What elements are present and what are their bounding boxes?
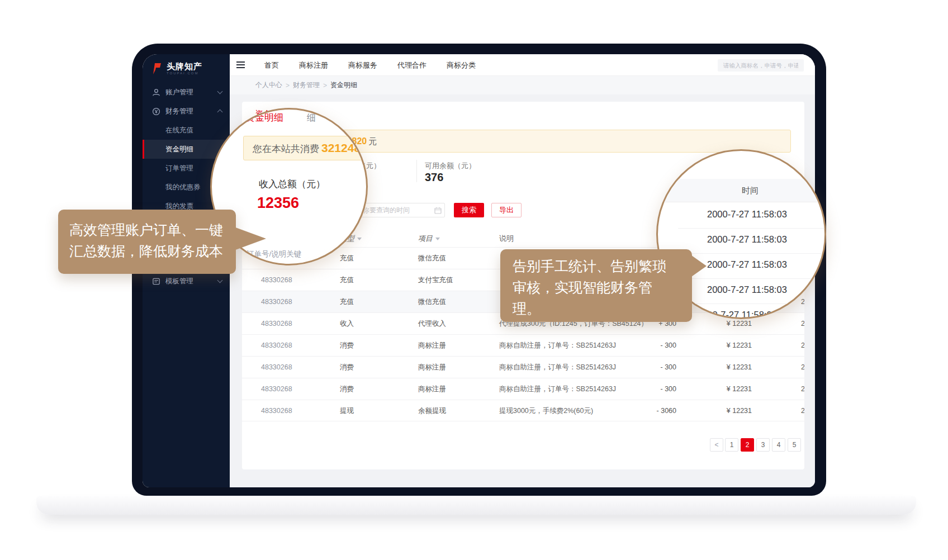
stat-divider bbox=[416, 160, 417, 182]
chevron-down-icon bbox=[217, 278, 223, 283]
callout-right-line2: 审核，实现智能财务管 bbox=[513, 277, 692, 298]
table-row[interactable]: 48330268消费商标注册商标自助注册，订单号：SB2514263J- 300… bbox=[242, 334, 804, 356]
pagination-page-4[interactable]: 4 bbox=[772, 438, 785, 452]
magnified-time-row: 2000-7-27 11:58:03 bbox=[707, 209, 787, 220]
sort-caret-icon bbox=[357, 238, 362, 240]
top-navbar: 首页 商标注册 商标服务 代理合作 商标分类 bbox=[230, 54, 815, 76]
trademark-search-input[interactable] bbox=[718, 59, 804, 72]
magnified-time-row: 2000-7-27 11:58:03 bbox=[707, 234, 787, 245]
sort-caret-icon bbox=[435, 238, 440, 240]
nav-item-agent[interactable]: 代理合作 bbox=[397, 60, 426, 70]
pagination-page-2-active[interactable]: 2 bbox=[741, 438, 754, 452]
breadcrumb-item[interactable]: 财务管理 bbox=[293, 80, 320, 90]
balance-label: 可用余额（元） bbox=[425, 161, 476, 171]
breadcrumb: 个人中心 > 财务管理 > 资金明细 bbox=[230, 76, 815, 94]
sidebar-item-finance[interactable]: 财务管理 bbox=[143, 102, 230, 121]
sidebar-item-template[interactable]: 模板管理 bbox=[143, 272, 230, 291]
page-canvas: 头牌知产 TOUPAI.COM 账户管理 bbox=[0, 0, 948, 560]
balance-value: 376 bbox=[425, 171, 443, 184]
callout-left-line1: 高效管理账户订单、一键 bbox=[69, 219, 236, 240]
nav-item-trademark-category[interactable]: 商标分类 bbox=[447, 60, 476, 70]
sidebar-item-account[interactable]: 账户管理 bbox=[143, 83, 230, 102]
nav-item-trademark-register[interactable]: 商标注册 bbox=[299, 60, 328, 70]
callout-left-line2: 汇总数据，降低财务成本 bbox=[69, 240, 236, 262]
table-row[interactable]: 48330268消费商标注册商标自助注册，订单号：SB2514263J- 300… bbox=[242, 356, 804, 378]
magnified-banner: 您在本站共消费32124820 bbox=[243, 136, 368, 160]
breadcrumb-current: 资金明细 bbox=[330, 80, 357, 90]
top-nav: 首页 商标注册 商标服务 代理合作 商标分类 bbox=[264, 54, 476, 76]
finance-icon bbox=[152, 107, 160, 116]
sidebar-item-label: 财务管理 bbox=[165, 107, 193, 116]
breadcrumb-separator: > bbox=[286, 82, 290, 89]
calendar-icon bbox=[434, 207, 442, 214]
magnified-tab-fragment: 细 bbox=[307, 112, 316, 124]
laptop-base bbox=[36, 496, 916, 515]
nav-item-trademark-service[interactable]: 商标服务 bbox=[348, 60, 377, 70]
magnified-time-row: 2000-7-27 11:58:03 bbox=[707, 284, 787, 295]
callout-right-line1: 告别手工统计、告别繁琐 bbox=[513, 255, 692, 277]
pagination-page-1[interactable]: 1 bbox=[725, 438, 738, 452]
callout-right-line3: 理。 bbox=[513, 298, 692, 319]
table-row[interactable]: 48330268提现余额提现提现3000元，手续费2%(60元)- 3060¥ … bbox=[242, 400, 804, 421]
magnified-time-header: 时间 bbox=[742, 186, 759, 196]
search-button[interactable]: 搜索 bbox=[454, 203, 484, 217]
header-project[interactable]: 项目 bbox=[418, 234, 440, 244]
sidebar-item-label: 模板管理 bbox=[165, 277, 193, 286]
export-button[interactable]: 导出 bbox=[491, 203, 522, 217]
sidebar-item-label: 账户管理 bbox=[165, 88, 193, 97]
pagination-page-3[interactable]: 3 bbox=[756, 438, 770, 452]
sidebar-subitem-recharge[interactable]: 在线充值 bbox=[143, 121, 230, 140]
brand-name: 头牌知产 bbox=[167, 62, 202, 70]
banner-unit: 元 bbox=[368, 136, 377, 146]
pagination-prev[interactable]: < bbox=[710, 438, 723, 452]
chevron-down-icon bbox=[217, 89, 223, 94]
brand-logo: 头牌知产 TOUPAI.COM bbox=[143, 54, 230, 78]
breadcrumb-item[interactable]: 个人中心 bbox=[255, 80, 282, 90]
callout-left: 高效管理账户订单、一键 汇总数据，降低财务成本 bbox=[58, 210, 236, 274]
user-icon bbox=[152, 88, 160, 97]
callout-right-arrow bbox=[688, 253, 707, 279]
brand-flag-icon bbox=[151, 63, 163, 75]
magnified-income-value: 12356 bbox=[257, 194, 299, 212]
magnified-time-header-band: 时间 bbox=[658, 179, 824, 202]
table-row[interactable]: 48330268消费商标注册商标自助注册，订单号：SB2514263J- 300… bbox=[242, 378, 804, 400]
callout-left-arrow bbox=[233, 226, 266, 251]
callout-right: 告别手工统计、告别繁琐 审核，实现智能财务管 理。 bbox=[500, 249, 692, 322]
breadcrumb-separator: > bbox=[323, 82, 327, 89]
header-desc: 说明 bbox=[499, 234, 514, 244]
magnified-time-row: 2000-7-27 11:58:03 bbox=[707, 259, 787, 270]
nav-item-home[interactable]: 首页 bbox=[264, 60, 279, 70]
template-icon bbox=[152, 277, 160, 286]
pagination-page-5[interactable]: 5 bbox=[788, 438, 801, 452]
hamburger-menu-icon[interactable] bbox=[236, 61, 245, 68]
magnified-income-label: 收入总额（元） bbox=[259, 178, 325, 191]
chevron-up-icon bbox=[217, 110, 223, 115]
brand-subtext: TOUPAI.COM bbox=[167, 72, 202, 75]
